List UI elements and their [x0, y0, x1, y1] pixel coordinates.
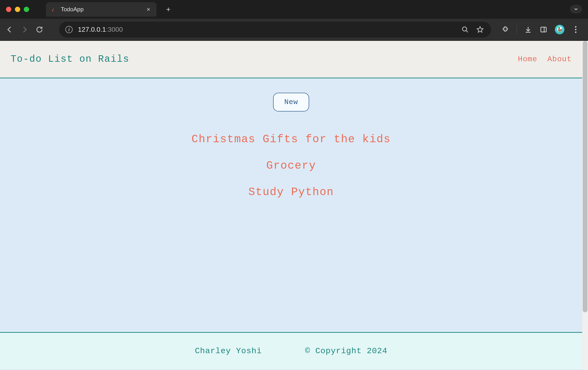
svg-rect-1 — [541, 27, 546, 32]
app-header: To-do List on Rails Home About — [0, 41, 582, 78]
back-button[interactable] — [5, 25, 14, 34]
todo-list: Christmas Gifts for the kids Grocery Stu… — [192, 133, 391, 198]
downloads-icon[interactable] — [524, 25, 532, 34]
todo-item[interactable]: Christmas Gifts for the kids — [192, 133, 391, 146]
main-content: New Christmas Gifts for the kids Grocery… — [0, 78, 582, 333]
browser-tab[interactable]: TodoApp × — [46, 2, 157, 17]
nav-about-link[interactable]: About — [547, 55, 572, 64]
address-bar[interactable]: i 127.0.0.1:3000 — [59, 22, 491, 38]
window-maximize-button[interactable] — [24, 7, 29, 12]
site-info-icon[interactable]: i — [65, 26, 73, 33]
toolbar-row: i 127.0.0.1:3000 🦆 — [0, 19, 588, 40]
svg-point-0 — [462, 27, 467, 31]
profile-avatar[interactable]: 🦆 — [555, 25, 565, 34]
footer-copyright: © Copyright 2024 — [305, 347, 387, 356]
page-viewport: To-do List on Rails Home About New Chris… — [0, 41, 588, 370]
menu-button[interactable] — [572, 25, 580, 34]
sidepanel-icon[interactable] — [539, 25, 548, 34]
forward-button[interactable] — [20, 25, 29, 34]
app-title: To-do List on Rails — [10, 54, 129, 65]
url-text: 127.0.0.1:3000 — [78, 26, 123, 33]
browser-chrome: TodoApp × + i 127.0.0.1:3000 — [0, 0, 588, 41]
tab-title: TodoApp — [61, 6, 141, 13]
footer: Charley Yoshi © Copyright 2024 — [0, 333, 582, 369]
tab-favicon-icon — [51, 6, 57, 12]
nav-home-link[interactable]: Home — [518, 55, 537, 64]
scrollbar-thumb[interactable] — [583, 41, 588, 312]
avatar-emoji-icon: 🦆 — [557, 27, 563, 33]
url-host: 127.0.0.1 — [78, 26, 106, 33]
tab-search-dropdown[interactable] — [570, 5, 582, 13]
kebab-icon — [575, 26, 577, 33]
bookmark-star-icon[interactable] — [475, 25, 485, 34]
url-port: :3000 — [106, 26, 123, 33]
footer-author: Charley Yoshi — [195, 347, 262, 356]
toolbar-separator — [517, 25, 517, 34]
tab-bar: TodoApp × + — [0, 0, 588, 19]
todo-item[interactable]: Study Python — [248, 186, 334, 198]
window-close-button[interactable] — [6, 7, 11, 12]
window-minimize-button[interactable] — [15, 7, 20, 12]
tab-close-button[interactable]: × — [145, 6, 152, 12]
new-button[interactable]: New — [273, 93, 309, 112]
window-controls — [6, 7, 29, 12]
toolbar-icons: 🦆 — [501, 25, 580, 34]
nav-links: Home About — [518, 55, 572, 64]
extensions-icon[interactable] — [501, 25, 509, 34]
reload-button[interactable] — [35, 25, 44, 34]
zoom-icon[interactable] — [460, 25, 470, 34]
todo-item[interactable]: Grocery — [266, 160, 316, 172]
new-tab-button[interactable]: + — [166, 5, 171, 14]
